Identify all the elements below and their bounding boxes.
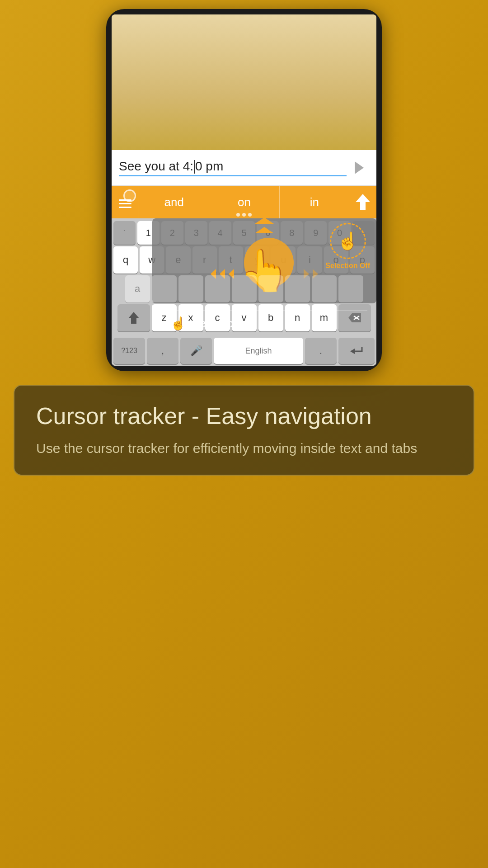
key-grave[interactable]: ` — [113, 221, 136, 245]
menu-icon-button[interactable] — [112, 186, 139, 218]
selection-label-bar: ☝ Selection — [161, 310, 367, 336]
suggestion-in[interactable]: in — [279, 186, 349, 218]
key-f[interactable] — [205, 275, 230, 302]
text-input-bar: See you at 4:0 pm — [112, 150, 376, 186]
cursor-caret — [194, 160, 195, 174]
phone-screen: See you at 4:0 pm and on — [112, 14, 376, 366]
enter-icon — [348, 344, 365, 358]
globe-icon — [123, 189, 136, 202]
send-button[interactable] — [347, 156, 369, 179]
selection-off-circle: ☝ — [330, 223, 366, 259]
suggestion-dots — [236, 213, 252, 217]
text-field[interactable]: See you at 4:0 pm — [119, 159, 347, 177]
menu-line — [119, 203, 131, 204]
comma-key[interactable]: , — [147, 338, 178, 364]
num-key-btn[interactable]: ?123 — [113, 338, 145, 364]
svg-marker-8 — [128, 312, 139, 324]
enter-key[interactable] — [338, 338, 375, 364]
svg-marker-2 — [255, 227, 274, 233]
key-j[interactable] — [285, 275, 310, 302]
key-a[interactable]: a — [125, 275, 150, 302]
shift-icon — [127, 311, 140, 325]
svg-marker-12 — [350, 349, 355, 354]
caption-title: Cursor tracker - Easy navigation — [36, 402, 452, 430]
selection-off-label: Selection Off — [325, 262, 370, 270]
key-h[interactable] — [258, 275, 283, 302]
shift-up-icon — [355, 193, 371, 211]
send-icon — [355, 161, 364, 174]
phone-frame: See you at 4:0 pm and on — [106, 9, 382, 371]
keyboard-area: ` 1 2 3 4 5 6 8 9 0 ··· q w e r t — [112, 218, 376, 336]
shift-up-button[interactable] — [349, 186, 376, 218]
key-k[interactable] — [312, 275, 337, 302]
app-background — [112, 14, 376, 150]
suggestion-on[interactable]: on — [209, 186, 279, 218]
double-up-arrow — [253, 217, 276, 234]
suggestion-and[interactable]: and — [139, 186, 209, 218]
text-field-after-cursor: 0 pm — [195, 159, 223, 173]
spacebar[interactable]: English — [214, 338, 303, 364]
dot — [248, 213, 252, 217]
key-d[interactable] — [178, 275, 203, 302]
chevron-up-icon — [253, 217, 276, 225]
microphone-key[interactable]: 🎤 — [180, 338, 212, 364]
suggestion-in-label: in — [310, 195, 319, 209]
suggestion-and-label: and — [164, 195, 183, 209]
chevron-up-2-icon — [253, 226, 276, 234]
caption-box: Cursor tracker - Easy navigation Use the… — [14, 385, 474, 476]
selection-label-text: Selection — [192, 316, 240, 330]
spacebar-label: English — [245, 346, 272, 356]
key-l[interactable] — [338, 275, 363, 302]
suggestion-on-label: on — [238, 195, 251, 209]
key-g[interactable] — [232, 275, 257, 302]
shift-key[interactable] — [117, 304, 150, 331]
svg-marker-0 — [356, 194, 370, 210]
selection-hand-icon: ☝ — [170, 316, 186, 331]
caption-body: Use the cursor tracker for efficiently m… — [36, 438, 452, 458]
svg-marker-1 — [255, 217, 274, 224]
dot — [236, 213, 240, 217]
touch-icon: ☝ — [337, 231, 358, 251]
asdf-row: a — [113, 275, 375, 302]
key-s[interactable] — [152, 275, 177, 302]
period-key[interactable]: . — [305, 338, 337, 364]
suggestions-bar: and on in — [112, 186, 376, 218]
text-field-before-cursor: See you at 4: — [119, 159, 193, 173]
key-q[interactable]: q — [113, 246, 138, 274]
menu-line — [119, 207, 131, 208]
selection-off-button[interactable]: ☝ Selection Off — [325, 223, 370, 270]
dot — [242, 213, 246, 217]
up-arrows — [253, 217, 276, 234]
bottom-keyboard-row: ?123 , 🎤 English . — [112, 336, 376, 366]
